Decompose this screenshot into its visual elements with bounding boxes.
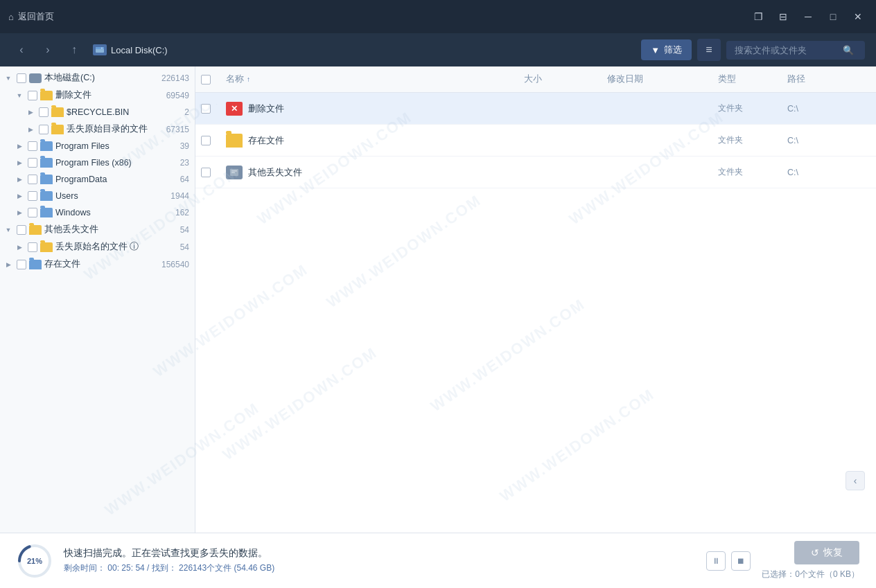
- filter-button[interactable]: ▼ 筛选: [641, 39, 692, 60]
- tree-checkbox[interactable]: [28, 242, 37, 252]
- tree-label: 丢失原始名的文件 ⓘ: [55, 241, 176, 253]
- path-text: Local Disk(C:): [111, 45, 168, 55]
- status-main-text: 快速扫描完成。正在尝试查找更多丢失的数据。: [64, 547, 695, 560]
- header-path-label: 路径: [787, 73, 805, 85]
- file-path: C:\: [787, 104, 870, 114]
- maximize-button[interactable]: □: [823, 7, 843, 26]
- tree-checkbox[interactable]: [39, 107, 49, 117]
- file-tree: ▼ 本地磁盘(C:) 226143 ▼ 删除文件 69549 ▶ $RECYCL…: [0, 66, 195, 533]
- restore-button[interactable]: ❐: [748, 7, 768, 26]
- svg-rect-1: [96, 47, 104, 49]
- folder-icon: [40, 208, 53, 217]
- status-sub-text: 剩余时间： 00: 25: 54 / 找到： 226143个文件 (54.46 …: [64, 562, 695, 574]
- tree-item-programdata[interactable]: ▶ ProgramData 64: [0, 171, 195, 188]
- tree-label: Users: [55, 191, 166, 201]
- up-button[interactable]: ↑: [64, 39, 85, 60]
- header-name-label: 名称: [226, 73, 244, 85]
- tree-checkbox[interactable]: [17, 73, 26, 83]
- folder-icon: [51, 107, 64, 117]
- tree-checkbox[interactable]: [39, 125, 49, 134]
- tree-item-other-lost[interactable]: ▼ 其他丢失文件 54: [0, 221, 195, 238]
- tree-checkbox[interactable]: [28, 191, 37, 201]
- expand-arrow: ▶: [14, 207, 25, 218]
- file-name: 存在文件: [248, 134, 284, 147]
- tree-item-deleted[interactable]: ▼ 删除文件 69549: [0, 87, 195, 104]
- folder-icon: [51, 125, 64, 134]
- header-size[interactable]: 大小: [524, 73, 607, 85]
- table-row[interactable]: 存在文件 文件夹 C:\: [195, 125, 876, 157]
- tree-label: 其他丢失文件: [44, 224, 176, 235]
- split-button[interactable]: ⊟: [773, 7, 793, 26]
- row-checkbox[interactable]: [201, 104, 211, 114]
- header-name[interactable]: 名称 ↑: [226, 73, 524, 85]
- tree-count: 67315: [166, 125, 195, 134]
- tree-item-users[interactable]: ▶ Users 1944: [0, 188, 195, 204]
- tree-label: Program Files (x86): [55, 158, 176, 168]
- header-path[interactable]: 路径: [787, 73, 870, 85]
- disk-icon: [93, 44, 107, 55]
- window-controls: ❐ ⊟ ─ □ ✕: [748, 7, 868, 26]
- tree-label: 删除文件: [55, 89, 162, 101]
- back-button[interactable]: ‹: [11, 39, 32, 60]
- row-checkbox[interactable]: [201, 168, 211, 177]
- tree-checkbox[interactable]: [28, 141, 37, 151]
- file-name-cell: 存在文件: [226, 134, 524, 148]
- forward-button[interactable]: ›: [37, 39, 58, 60]
- tree-item-lost-name[interactable]: ▶ 丢失原始名的文件 ⓘ 54: [0, 238, 195, 256]
- minimize-button[interactable]: ─: [798, 7, 818, 26]
- tree-count: 162: [175, 208, 195, 217]
- tree-checkbox[interactable]: [17, 225, 26, 235]
- tree-item-program-files[interactable]: ▶ Program Files 39: [0, 138, 195, 154]
- expand-arrow: ▼: [3, 73, 14, 84]
- tree-item-recycle[interactable]: ▶ $RECYCLE.BIN 2: [0, 104, 195, 121]
- search-input[interactable]: [735, 45, 839, 55]
- file-path: C:\: [787, 168, 870, 177]
- found-count: 226143个文件 (54.46 GB): [179, 563, 274, 573]
- folder-icon: [40, 242, 53, 252]
- search-icon[interactable]: 🔍: [843, 45, 854, 55]
- header-type[interactable]: 类型: [718, 73, 787, 85]
- tree-count: 54: [180, 225, 195, 235]
- pause-button[interactable]: ⏸: [706, 551, 726, 571]
- tree-label: Windows: [55, 208, 171, 217]
- folder-icon: [29, 260, 42, 269]
- deleted-icon: ✕: [226, 102, 243, 116]
- stop-button[interactable]: ⏹: [731, 551, 751, 571]
- progress-percent: 21%: [27, 557, 42, 565]
- recover-button[interactable]: ↺ 恢复: [794, 541, 859, 564]
- header-checkbox-cell: [201, 75, 226, 84]
- row-checkbox[interactable]: [201, 136, 211, 145]
- tree-label: 丢失原始目录的文件: [67, 123, 162, 135]
- file-name-cell: 其他丢失文件: [226, 166, 524, 179]
- expand-arrow: ▶: [25, 124, 36, 135]
- expand-arrow: ▶: [14, 174, 25, 185]
- tree-checkbox[interactable]: [17, 260, 26, 269]
- tree-item-local-disk[interactable]: ▼ 本地磁盘(C:) 226143: [0, 69, 195, 87]
- tree-item-existing[interactable]: ▶ 存在文件 156540: [0, 256, 195, 273]
- found-label: / 找到：: [147, 563, 177, 573]
- file-rows: ✕ 删除文件 文件夹 C:\ 存在文件 文件夹: [195, 93, 876, 533]
- row-checkbox-cell: [201, 104, 226, 114]
- table-row[interactable]: 其他丢失文件 文件夹 C:\: [195, 157, 876, 188]
- status-text-area: 快速扫描完成。正在尝试查找更多丢失的数据。 剩余时间： 00: 25: 54 /…: [64, 547, 695, 574]
- home-button[interactable]: ⌂ 返回首页: [8, 10, 54, 23]
- tree-checkbox[interactable]: [28, 208, 37, 217]
- tree-item-program-files-x86[interactable]: ▶ Program Files (x86) 23: [0, 154, 195, 171]
- file-name: 删除文件: [248, 103, 284, 115]
- tree-checkbox[interactable]: [28, 158, 37, 168]
- header-date[interactable]: 修改日期: [607, 73, 718, 85]
- disk-icon: [29, 73, 42, 83]
- tree-checkbox[interactable]: [28, 91, 37, 100]
- header-date-label: 修改日期: [607, 73, 643, 85]
- view-toggle-button[interactable]: ≡: [697, 39, 721, 61]
- file-type: 文件夹: [718, 166, 787, 178]
- table-row[interactable]: ✕ 删除文件 文件夹 C:\: [195, 93, 876, 125]
- expand-arrow: ▶: [25, 107, 36, 118]
- close-button[interactable]: ✕: [848, 7, 868, 26]
- tree-checkbox[interactable]: [28, 175, 37, 184]
- side-panel-toggle[interactable]: ‹: [846, 471, 865, 490]
- tree-item-lost-dir[interactable]: ▶ 丢失原始目录的文件 67315: [0, 121, 195, 138]
- select-all-checkbox[interactable]: [201, 75, 211, 84]
- tree-item-windows[interactable]: ▶ Windows 162: [0, 204, 195, 221]
- tree-label: Program Files: [55, 141, 176, 151]
